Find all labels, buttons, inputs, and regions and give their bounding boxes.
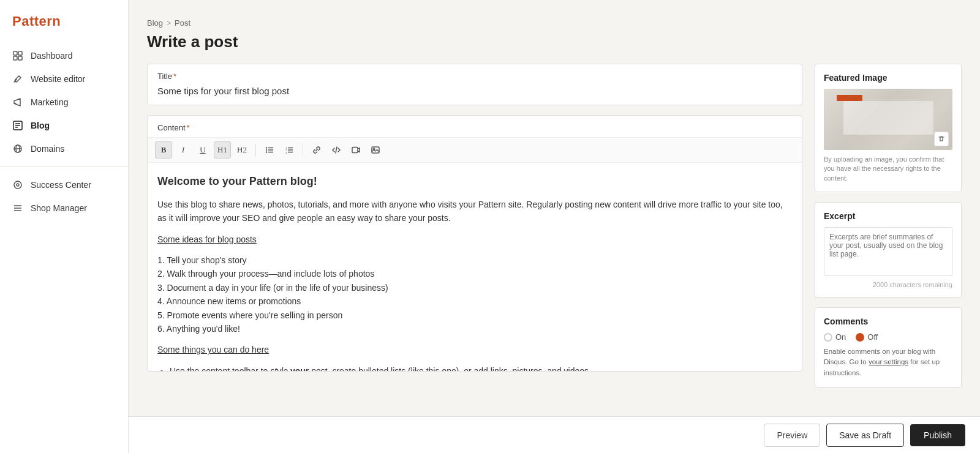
sidebar-item-label: Marketing (31, 97, 68, 107)
editor-paragraph-1: Use this blog to share news, photos, tut… (157, 198, 792, 225)
svg-point-20 (266, 151, 267, 152)
sidebar-item-label: Success Center (31, 180, 91, 190)
delete-image-button[interactable] (934, 132, 949, 146)
save-draft-button[interactable]: Save as Draft (826, 424, 904, 447)
editor-link-2[interactable]: Some things you can do here (157, 343, 792, 356)
sidebar-item-success-center[interactable]: Success Center (0, 173, 128, 197)
website-editor-icon (12, 73, 23, 84)
code-button[interactable] (328, 141, 345, 159)
h2-button[interactable]: H2 (233, 141, 251, 159)
marketing-icon (12, 97, 23, 108)
italic-button[interactable]: I (175, 141, 192, 159)
comments-toggle: On Off (824, 332, 952, 342)
svg-point-11 (14, 181, 21, 189)
breadcrumb-parent[interactable]: Blog (147, 18, 163, 28)
main-content: Blog > Post Write a post Title* Content* (129, 0, 980, 453)
content-section: Content* B I U H1 H2 1.2.3. (147, 115, 802, 372)
title-required-marker: * (173, 72, 176, 81)
svg-point-16 (266, 147, 267, 148)
svg-rect-0 (13, 51, 17, 55)
sidebar-item-label: Dashboard (31, 51, 73, 61)
sidebar-item-label: Website editor (31, 74, 85, 84)
sidebar-item-shop-manager[interactable]: Shop Manager (0, 197, 128, 220)
sidebar-divider (0, 167, 128, 167)
h1-button[interactable]: H1 (214, 141, 231, 159)
video-button[interactable] (347, 141, 364, 159)
content-label: Content* (148, 116, 802, 137)
success-center-icon (12, 179, 23, 190)
featured-image-panel: Featured Image By uploading an image, yo… (815, 64, 962, 192)
svg-rect-3 (18, 56, 22, 60)
editor-bullet-list: Use the content toolbar to style your po… (170, 364, 792, 371)
toolbar-separator (255, 144, 256, 156)
main-column: Title* Content* B I U H1 H2 (147, 64, 802, 372)
link-button[interactable] (308, 141, 325, 159)
sidebar-item-label: Domains (31, 144, 64, 154)
comments-note: Enable comments on your blog with Disqus… (824, 346, 952, 378)
publish-button[interactable]: Publish (910, 424, 965, 446)
svg-rect-29 (372, 147, 379, 153)
content-required-marker: * (187, 123, 190, 132)
footer-bar: Preview Save as Draft Publish (129, 416, 980, 453)
settings-link[interactable]: your settings (869, 358, 908, 365)
svg-rect-28 (352, 148, 358, 153)
page-title: Write a post (147, 32, 962, 51)
sidebar-item-label: Blog (31, 121, 50, 130)
app-logo: Pattern (0, 0, 128, 40)
svg-point-12 (17, 184, 19, 186)
excerpt-title: Excerpt (824, 211, 952, 221)
title-input[interactable] (148, 86, 802, 105)
comments-off-radio[interactable] (856, 333, 864, 342)
underline-button[interactable]: U (194, 141, 211, 159)
blog-icon (12, 120, 23, 131)
image-button[interactable] (367, 141, 384, 159)
content-layout: Title* Content* B I U H1 H2 (147, 64, 962, 387)
editor-toolbar: B I U H1 H2 1.2.3. (148, 137, 802, 163)
editor-area[interactable]: Welcome to your Pattern blog! Use this b… (148, 163, 802, 371)
comments-on-radio[interactable] (824, 333, 832, 342)
sidebar-nav: Dashboard Website editor Marketing Blog … (0, 40, 128, 223)
title-label: Title* (148, 64, 802, 86)
svg-point-18 (266, 149, 267, 151)
comments-panel: Comments On Off Enable comments on your … (815, 307, 962, 387)
shop-manager-icon (12, 203, 23, 214)
comments-title: Comments (824, 316, 952, 326)
breadcrumb: Blog > Post (147, 18, 962, 28)
dashboard-icon (12, 50, 23, 61)
sidebar-item-dashboard[interactable]: Dashboard (0, 44, 128, 67)
svg-rect-1 (18, 51, 22, 55)
sidebar: Pattern Dashboard Website editor Marketi… (0, 0, 129, 453)
comments-off-label: Off (867, 332, 878, 342)
image-disclaimer: By uploading an image, you confirm that … (824, 155, 952, 183)
svg-rect-2 (13, 56, 17, 60)
domains-icon (12, 143, 23, 154)
svg-text:3.: 3. (285, 151, 287, 154)
excerpt-count: 2000 characters remaining (824, 281, 952, 288)
sidebar-item-marketing[interactable]: Marketing (0, 91, 128, 114)
sidebar-item-label: Shop Manager (31, 203, 87, 213)
sidebar-item-domains[interactable]: Domains (0, 137, 128, 160)
featured-image-container (824, 89, 952, 150)
editor-heading: Welcome to your Pattern blog! (157, 173, 792, 190)
editor-link-1[interactable]: Some ideas for blog posts (157, 233, 792, 246)
editor-list: 1. Tell your shop's story 2. Walk throug… (157, 253, 792, 335)
comments-on-option[interactable]: On (824, 332, 846, 342)
title-section: Title* (147, 64, 802, 105)
breadcrumb-separator: > (167, 19, 171, 28)
featured-image-title: Featured Image (824, 73, 952, 83)
excerpt-panel: Excerpt 2000 characters remaining (815, 202, 962, 298)
excerpt-textarea[interactable] (824, 227, 952, 276)
sidebar-item-blog[interactable]: Blog (0, 114, 128, 137)
breadcrumb-current: Post (175, 18, 190, 28)
comments-off-option[interactable]: Off (856, 332, 878, 342)
sidebar-item-website-editor[interactable]: Website editor (0, 67, 128, 91)
right-column: Featured Image By uploading an image, yo… (815, 64, 962, 387)
numbered-list-button[interactable]: 1.2.3. (281, 141, 298, 159)
comments-on-label: On (835, 332, 846, 342)
toolbar-separator-2 (303, 144, 303, 156)
preview-button[interactable]: Preview (764, 424, 820, 447)
bullet-list-button[interactable] (261, 141, 278, 159)
bold-button[interactable]: B (155, 141, 172, 159)
featured-image-preview (824, 89, 952, 150)
